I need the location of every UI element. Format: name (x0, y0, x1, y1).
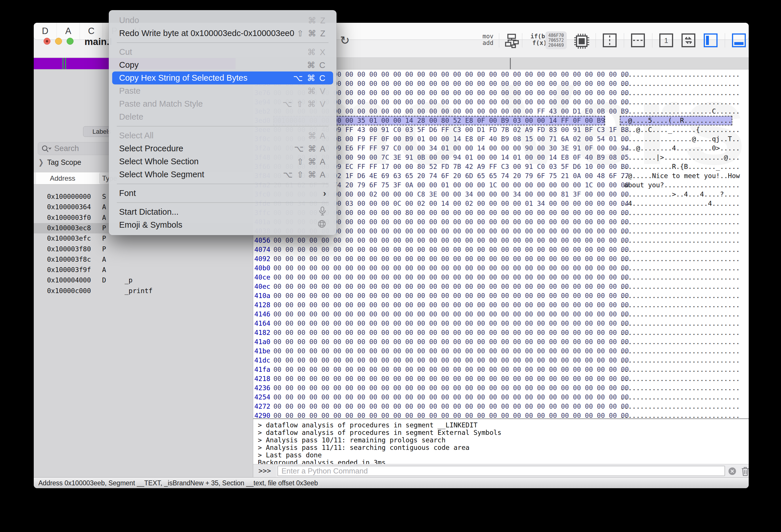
menu-item-font[interactable]: Font› (112, 187, 333, 200)
cpu-mode-icon[interactable] (574, 33, 590, 49)
hex-row[interactable]: 414600 00 00 00 00 00 00 00 00 00 00 00 … (253, 310, 749, 319)
address-column-header[interactable]: Address (50, 174, 75, 182)
menu-item-label: Select Whole Segment (119, 170, 204, 179)
hex-row[interactable]: 427200 00 00 00 00 00 00 00 00 00 00 00 … (253, 402, 749, 411)
segment-button-a[interactable]: A (57, 23, 80, 40)
table-row[interactable]: 0x100003f8cA (34, 255, 253, 265)
menu-item-select-whole-section[interactable]: Select Whole Section⇧ ⌘ A (112, 155, 333, 168)
hex-row-bytes: 00 00 00 00 00 00 00 00 00 00 00 00 00 0… (274, 245, 629, 254)
menu-item-start-dictation[interactable]: Start Dictation... (112, 206, 333, 218)
hex-row-bytes: 00 00 00 00 00 00 00 00 00 00 00 00 00 0… (274, 356, 629, 365)
hex-row-ascii: ....@..C...._......{.......... (620, 125, 740, 134)
label-type: P (102, 234, 106, 242)
menu-item-delete: Delete (112, 110, 333, 123)
hex-row[interactable]: 40ec00 00 00 00 00 00 00 00 00 00 00 00 … (253, 282, 749, 292)
toolbar-separator (652, 33, 652, 48)
toggle-left-panel-icon-active[interactable] (703, 33, 718, 48)
hex-row-address: 40b0 (254, 264, 270, 273)
hex-row[interactable]: 40ce00 00 00 00 00 00 00 00 00 00 00 00 … (253, 273, 749, 282)
table-row[interactable]: 0x100003f80P (34, 244, 253, 255)
console-line: > Analysis pass 11/11: searching contigu… (258, 444, 469, 451)
hex-row[interactable]: 409200 00 00 00 00 00 00 00 00 00 00 00 … (253, 255, 749, 264)
menu-item-redo-write-byte-at-0x100003edc-0x100003ee0[interactable]: Redo Write byte at 0x100003edc-0x100003e… (112, 27, 333, 40)
label-address: 0x100003f80 (47, 245, 91, 253)
hex-row[interactable]: 418200 00 00 00 00 00 00 00 00 00 00 00 … (253, 328, 749, 338)
table-row[interactable]: 0x100003f9fA (34, 265, 253, 275)
split-horizontal-icon[interactable] (631, 33, 645, 48)
hex-row[interactable]: 410a00 00 00 00 00 00 00 00 00 00 00 00 … (253, 292, 749, 301)
close-button[interactable] (44, 38, 50, 45)
console-line: > dataflow analysis of procedures in seg… (258, 422, 478, 429)
hex-row[interactable]: 41be00 00 00 00 00 00 00 00 00 00 00 00 … (253, 347, 749, 356)
label-address: 0x100003f9f (47, 266, 91, 273)
assembly-mode-button[interactable]: mov add (483, 33, 493, 46)
segment-button-d[interactable]: D (34, 23, 57, 40)
hex-row-ascii: .............................. (620, 236, 740, 245)
refresh-analysis-button[interactable]: ↻ (340, 23, 350, 58)
menu-item-copy[interactable]: Copy⌘ C (112, 58, 333, 72)
hex-row-ascii: .............................. (620, 98, 740, 106)
zoom-button[interactable] (67, 38, 74, 45)
hex-row[interactable]: 407400 00 00 00 00 00 00 00 00 00 00 00 … (253, 245, 749, 255)
hex-row[interactable]: 412800 00 00 00 00 00 00 00 00 00 00 00 … (253, 301, 749, 310)
analysis-log-console: > dataflow analysis of procedures in seg… (253, 418, 749, 464)
hex-row-address: 41fa (254, 365, 270, 374)
menu-item-label: Delete (119, 112, 143, 122)
hex-mode-button-active[interactable]: 486F70706572204469 (545, 32, 567, 49)
menu-item-select-whole-segment[interactable]: Select Whole Segment⌥ ⇧ ⌘ A (112, 168, 333, 181)
python-command-input[interactable] (278, 466, 725, 476)
hex-row-address: 4182 (254, 328, 270, 337)
hex-row[interactable]: 41a000 00 00 00 00 00 00 00 00 00 00 00 … (253, 338, 749, 347)
menu-separator (117, 202, 328, 203)
menu-item-shortcut: ⌥ ⌘ C (293, 73, 326, 83)
hex-row-address: 410a (254, 292, 270, 300)
hex-row-ascii: .........|>...............@... (620, 153, 740, 162)
hex-row[interactable]: 405600 00 00 00 00 00 00 00 00 00 00 00 … (253, 236, 749, 245)
label-address: 0x10000c000 (47, 287, 91, 295)
hex-row-bytes: 00 00 00 00 00 00 00 00 00 00 00 00 00 0… (274, 310, 629, 319)
menu-item-copy-hex-string-of-selected-bytes[interactable]: Copy Hex String of Selected Bytes⌥ ⌘ C (112, 72, 333, 84)
menu-item-label: Copy (119, 60, 139, 70)
table-row[interactable]: 0x100004000D_p (34, 275, 253, 285)
hex-row[interactable]: 423600 00 00 00 00 00 00 00 00 00 00 00 … (253, 384, 749, 393)
menu-item-select-procedure[interactable]: Select Procedure⌥ ⌘ A (112, 142, 333, 155)
hex-row-bytes: 00 00 00 00 00 00 00 00 00 00 00 00 00 0… (274, 236, 629, 245)
menu-item-label: Redo Write byte at 0x100003edc-0x100003e… (119, 29, 294, 38)
toggle-bottom-panel-icon-active[interactable] (732, 33, 746, 48)
hex-row-ascii: ..4...................4....... (620, 199, 740, 208)
menu-item-cut: Cut⌘ X (112, 46, 333, 58)
cfg-mode-icon[interactable] (505, 33, 520, 48)
swap-view-icon[interactable] (681, 33, 696, 48)
menu-item-emoji-symbols[interactable]: Emoji & Symbols (112, 218, 333, 231)
hex-row-address: 41be (254, 347, 270, 356)
console-line: > Analysis pass 10/11: remaining prologs… (258, 436, 446, 444)
trash-icon[interactable] (741, 466, 749, 476)
hex-row[interactable]: 416400 00 00 00 00 00 00 00 00 00 00 00 … (253, 319, 749, 328)
menu-item-shortcut: ⌘ Z (308, 15, 326, 26)
split-vertical-icon[interactable] (603, 33, 617, 48)
hex-row-ascii: .............................. (620, 227, 740, 236)
menu-item-paste-and-match-style: Paste and Match Style⌥ ⇧ ⌘ V (112, 97, 333, 110)
hex-row[interactable]: 41fa00 00 00 00 00 00 00 00 00 00 00 00 … (253, 365, 749, 374)
tag-scope-disclosure[interactable]: ❯ Tag Scope (38, 158, 81, 167)
table-row[interactable]: 0x10000c000_printf (34, 286, 253, 296)
hex-row-address: 4128 (254, 301, 270, 310)
hex-row[interactable]: 429000 00 00 00 00 00 00 00 00 00 00 00 … (253, 411, 749, 418)
menu-item-shortcut: ⌘ V (307, 86, 326, 96)
window-title: main.l (84, 36, 112, 47)
menu-item-label: Font (119, 188, 136, 198)
hex-row[interactable]: 421800 00 00 00 00 00 00 00 00 00 00 00 … (253, 374, 749, 384)
hex-row-bytes: 00 00 00 00 00 00 00 00 00 00 00 00 00 0… (274, 365, 629, 374)
hex-row[interactable]: 41dc00 00 00 00 00 00 00 00 00 00 00 00 … (253, 356, 749, 365)
label-type: P (102, 245, 106, 253)
hex-row[interactable]: 40b000 00 00 00 00 00 00 00 00 00 00 00 … (253, 264, 749, 273)
label-type: A (102, 214, 106, 221)
hex-row-ascii: .............................. (620, 411, 740, 418)
clear-console-icon[interactable] (728, 467, 737, 476)
hex-row-ascii: .............................. (620, 245, 740, 254)
minimize-button[interactable] (55, 38, 62, 45)
column-divider[interactable] (99, 174, 100, 183)
hex-row-bytes: 00 00 00 00 00 00 00 00 00 00 00 00 00 0… (274, 292, 629, 300)
hex-row[interactable]: 425400 00 00 00 00 00 00 00 00 00 00 00 … (253, 393, 749, 402)
single-column-icon[interactable]: 1 (659, 33, 673, 48)
